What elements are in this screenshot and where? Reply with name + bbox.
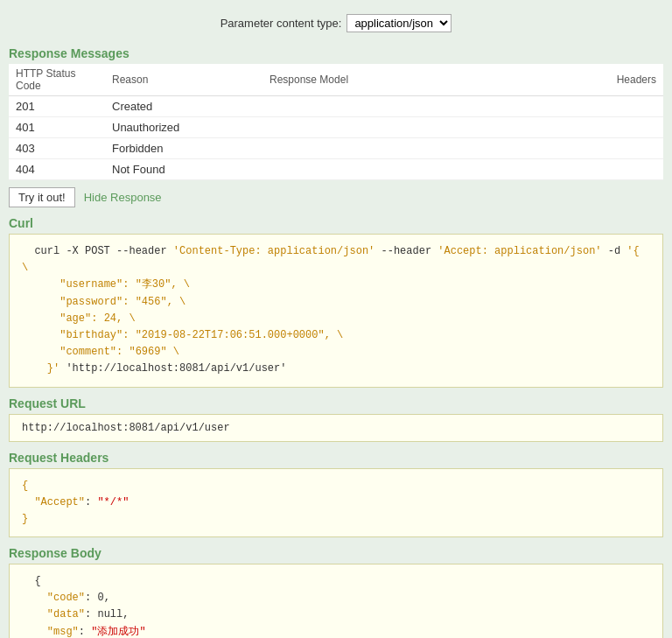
table-row: 401 Unauthorized — [9, 117, 663, 138]
response-body-code-box: { "code": 0, "data": null, "msg": "添加成功"… — [9, 564, 663, 638]
headers-cell — [516, 96, 663, 117]
request-headers-title: Request Headers — [9, 451, 663, 465]
curl-code-box: curl -X POST --header 'Content-Type: app… — [9, 234, 663, 388]
request-headers-section: Request Headers { "Accept": "*/*" } — [9, 451, 663, 538]
request-url-title: Request URL — [9, 396, 663, 410]
col-headers: Headers — [516, 64, 663, 96]
response-messages-section: Response Messages HTTP Status Code Reaso… — [9, 46, 663, 180]
headers-cell — [516, 159, 663, 180]
response-messages-table: HTTP Status Code Reason Response Model H… — [9, 64, 663, 180]
status-code-cell: 401 — [9, 117, 105, 138]
headers-cell — [516, 117, 663, 138]
try-it-out-button[interactable]: Try it out! — [9, 187, 75, 207]
response-messages-title: Response Messages — [9, 46, 663, 60]
status-code-cell: 403 — [9, 138, 105, 159]
request-url-section: Request URL http://localhost:8081/api/v1… — [9, 396, 663, 442]
table-row: 403 Forbidden — [9, 138, 663, 159]
table-row: 404 Not Found — [9, 159, 663, 180]
table-row: 201 Created — [9, 96, 663, 117]
status-code-cell: 404 — [9, 159, 105, 180]
curl-title: Curl — [9, 216, 663, 230]
reason-cell: Created — [105, 96, 262, 117]
param-content-type-row: Parameter content type: application/json — [9, 9, 663, 41]
headers-cell — [516, 138, 663, 159]
col-response-model: Response Model — [262, 64, 516, 96]
reason-cell: Unauthorized — [105, 117, 262, 138]
col-status-code: HTTP Status Code — [9, 64, 105, 96]
curl-section: Curl curl -X POST --header 'Content-Type… — [9, 216, 663, 388]
response-model-cell — [262, 96, 516, 117]
param-content-type-select[interactable]: application/json — [346, 14, 452, 32]
hide-response-link[interactable]: Hide Response — [84, 191, 162, 204]
request-url-box: http://localhost:8081/api/v1/user — [9, 414, 663, 442]
response-model-cell — [262, 117, 516, 138]
response-body-title: Response Body — [9, 546, 663, 560]
reason-cell: Not Found — [105, 159, 262, 180]
response-model-cell — [262, 159, 516, 180]
reason-cell: Forbidden — [105, 138, 262, 159]
param-content-type-label: Parameter content type: — [220, 17, 342, 30]
response-model-cell — [262, 138, 516, 159]
status-code-cell: 201 — [9, 96, 105, 117]
response-body-section: Response Body { "code": 0, "data": null,… — [9, 546, 663, 638]
col-reason: Reason — [105, 64, 262, 96]
actions-row: Try it out! Hide Response — [9, 187, 663, 207]
request-headers-code-box: { "Accept": "*/*" } — [9, 468, 663, 538]
